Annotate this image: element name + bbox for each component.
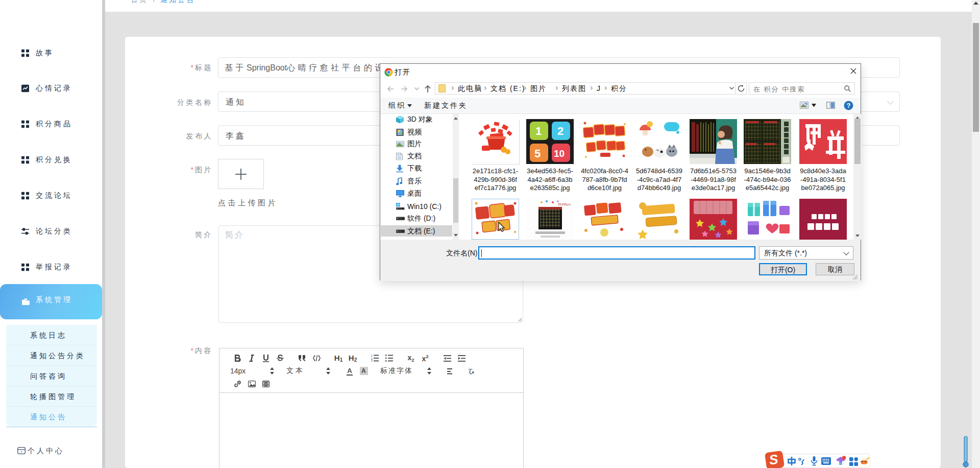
- svg-text:?: ?: [847, 102, 851, 109]
- svg-text:2: 2: [557, 125, 564, 137]
- svg-text:5: 5: [534, 147, 541, 160]
- svg-text:55X55cm: 55X55cm: [558, 203, 571, 206]
- svg-text:A: A: [361, 367, 366, 375]
- svg-text:10: 10: [554, 148, 565, 159]
- svg-text:3: 3: [371, 359, 373, 362]
- svg-text:1: 1: [535, 125, 542, 137]
- svg-text:T: T: [468, 367, 472, 375]
